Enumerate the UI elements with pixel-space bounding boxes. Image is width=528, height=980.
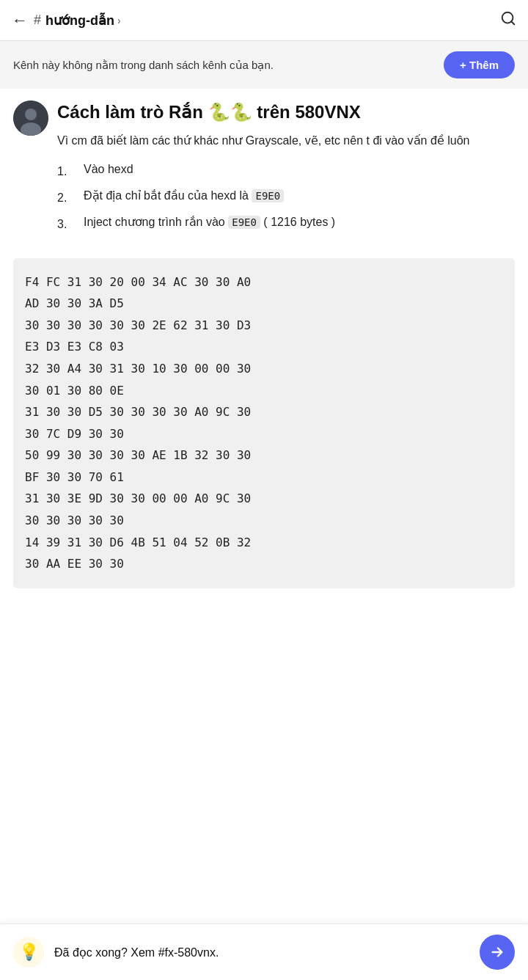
steps-list: 1. Vào hexd 2. Đặt địa chỉ bắt đầu của h… bbox=[57, 161, 515, 235]
top-navigation: ← # hướng-dẫn › bbox=[0, 0, 528, 41]
hash-symbol: # bbox=[34, 12, 41, 28]
hex-line-3: 32 30 A4 30 31 30 10 30 00 00 30 bbox=[25, 362, 251, 376]
bottom-bar-text: Đã đọc xong? Xem #fx-580vnx. bbox=[54, 946, 469, 959]
step-2-text: Đặt địa chỉ bắt đầu của hexd là E9E0 bbox=[84, 187, 515, 205]
hex-line-3b: 30 01 30 80 0E bbox=[25, 384, 124, 398]
step-3: 3. Inject chương trình rắn vào E9E0 ( 12… bbox=[57, 213, 515, 234]
hex-line-2b: E3 D3 E3 C8 03 bbox=[25, 340, 124, 354]
add-channel-button[interactable]: + Thêm bbox=[444, 51, 515, 78]
hex-line-1b: AD 30 30 3A D5 bbox=[25, 296, 124, 310]
hex-line-5b: BF 30 30 70 61 bbox=[25, 470, 124, 484]
step-1-number: 1. bbox=[57, 161, 78, 181]
hex-data-block: F4 FC 31 30 20 00 34 AC 30 30 A0 AD 30 3… bbox=[13, 258, 515, 588]
banner-text: Kênh này không nằm trong danh sách kênh … bbox=[13, 57, 432, 73]
message-block: Cách làm trò Rắn 🐍🐍 trên 580VNX Vì cm đã… bbox=[0, 89, 528, 246]
lightbulb-icon: 💡 bbox=[13, 937, 44, 968]
hex-line-7b: 30 AA EE 30 30 bbox=[25, 557, 124, 571]
hex-line-6b: 30 30 30 30 30 bbox=[25, 513, 124, 527]
step-2-number: 2. bbox=[57, 187, 78, 208]
step-3-number: 3. bbox=[57, 213, 78, 234]
channel-name-label: hướng-dẫn bbox=[45, 12, 114, 29]
channel-title: # hướng-dẫn › bbox=[34, 12, 500, 29]
message-body: Cách làm trò Rắn 🐍🐍 trên 580VNX Vì cm đã… bbox=[57, 100, 515, 241]
post-description: Vì cm đã biết làm các thứ khác như Grays… bbox=[57, 132, 515, 150]
hex-line-4b: 30 7C D9 30 30 bbox=[25, 427, 124, 441]
back-button[interactable]: ← bbox=[12, 11, 28, 30]
search-icon[interactable] bbox=[500, 10, 516, 30]
svg-line-1 bbox=[511, 21, 514, 24]
content-area: Cách làm trò Rắn 🐍🐍 trên 580VNX Vì cm đã… bbox=[0, 89, 528, 688]
code-e9e0-2: E9E0 bbox=[228, 216, 260, 229]
next-button[interactable]: path{fill:none;stroke:#fff;stroke-width:… bbox=[480, 935, 515, 970]
hex-line-4: 31 30 30 D5 30 30 30 30 A0 9C 30 bbox=[25, 405, 251, 419]
hex-line-2: 30 30 30 30 30 30 2E 62 31 30 D3 bbox=[25, 318, 251, 332]
hex-line-6: 31 30 3E 9D 30 30 00 00 A0 9C 30 bbox=[25, 491, 251, 505]
hex-line-1: F4 FC 31 30 20 00 34 AC 30 30 A0 bbox=[25, 275, 251, 289]
avatar bbox=[13, 100, 48, 136]
step-1-text: Vào hexd bbox=[84, 161, 515, 179]
post-title: Cách làm trò Rắn 🐍🐍 trên 580VNX bbox=[57, 100, 515, 123]
step-3-text: Inject chương trình rắn vào E9E0 ( 1216 … bbox=[84, 213, 515, 232]
chevron-right-icon: › bbox=[117, 15, 121, 26]
step-1: 1. Vào hexd bbox=[57, 161, 515, 181]
hex-line-5: 50 99 30 30 30 30 AE 1B 32 30 30 bbox=[25, 448, 251, 462]
channel-banner: Kênh này không nằm trong danh sách kênh … bbox=[0, 41, 528, 89]
svg-point-3 bbox=[25, 109, 37, 120]
code-e9e0-1: E9E0 bbox=[252, 189, 284, 202]
arrow-right-icon: path{fill:none;stroke:#fff;stroke-width:… bbox=[489, 944, 505, 960]
step-2: 2. Đặt địa chỉ bắt đầu của hexd là E9E0 bbox=[57, 187, 515, 208]
bottom-bar: 💡 Đã đọc xong? Xem #fx-580vnx. path{fill… bbox=[0, 924, 528, 980]
hex-line-7: 14 39 31 30 D6 4B 51 04 52 0B 32 bbox=[25, 535, 251, 549]
